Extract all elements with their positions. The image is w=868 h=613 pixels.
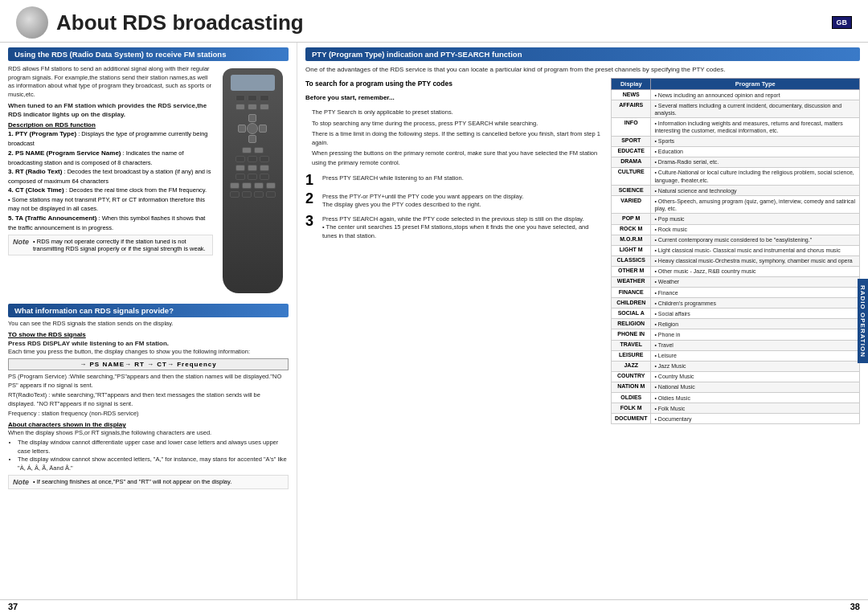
remote-control xyxy=(216,65,289,296)
chars-desc: When the display shows PS,or RT signals,… xyxy=(8,429,289,438)
display-cell: FOLK M xyxy=(612,403,651,414)
table-row: OLDIES• Oldies Music xyxy=(612,393,860,403)
rds-func-4: 4. CT (Clock Time) : Decodes the real ti… xyxy=(8,186,213,214)
table-row: SOCIAL A• Social affairs xyxy=(612,309,860,319)
search-header: To search for a program using the PTY co… xyxy=(305,80,604,89)
display-cell: JAZZ xyxy=(612,361,651,371)
table-row: DOCUMENT• Documentary xyxy=(612,414,860,424)
pty-header: PTY (Program Type) indication and PTY-SE… xyxy=(305,47,860,61)
program-type-cell: • Phone in xyxy=(651,329,860,340)
before-start-header: Before you start, remember... xyxy=(305,93,604,102)
display-cell: M.O.R.M xyxy=(612,235,651,245)
display-cell: DOCUMENT xyxy=(612,414,651,424)
chars-bullet-2: The display window cannot show accented … xyxy=(18,456,289,472)
table-row: RELIGION• Religion xyxy=(612,319,860,329)
page-numbers: 37 38 xyxy=(0,599,868,613)
step-1-text: Press PTY SEARCH while listening to an F… xyxy=(322,173,464,187)
pty-left-content: To search for a program using the PTY co… xyxy=(305,78,604,595)
note-box-1: Note • RDS may not operate correctly if … xyxy=(8,235,213,255)
pty-bullet-1: The PTY Search is only applicable to pre… xyxy=(312,108,604,116)
steps: 1 Press PTY SEARCH while listening to an… xyxy=(305,173,604,245)
chars-bullet-1: The display window cannot differentiate … xyxy=(18,439,289,456)
display-cell: VARIED xyxy=(612,196,651,214)
table-row: SCIENCE• Natural science and technology xyxy=(612,186,860,196)
program-type-cell: • Weather xyxy=(651,276,860,287)
pty-bullet-2: To stop searching any time during the pr… xyxy=(312,119,604,128)
table-row: INFO• Information including weights and … xyxy=(612,118,860,136)
pty-intro: One of the advantages of the RDS service… xyxy=(305,65,860,74)
note2-text: • If searching finishes at once,"PS" and… xyxy=(33,478,231,485)
table-row: CLASSICS• Heavy classical music-Orchestr… xyxy=(612,255,860,266)
table-row: AFFAIRS• Several matters including a cur… xyxy=(612,100,860,118)
table-row: WEATHER• Weather xyxy=(612,276,860,287)
display-cell: RELIGION xyxy=(612,319,651,329)
chars-bullets: The display window cannot differentiate … xyxy=(8,439,289,472)
program-type-cell: • Light classical music- Classical music… xyxy=(651,245,860,255)
table-row: OTHER M• Other music - Jazz, R&B country… xyxy=(612,266,860,276)
step-3: 3 Press PTY SEARCH again, while the PTY … xyxy=(305,214,604,241)
program-type-cell: • Oldies Music xyxy=(651,393,860,403)
table-row: FOLK M• Folk Music xyxy=(612,403,860,414)
table-row: ROCK M• Rock music xyxy=(612,224,860,235)
pty-table-container: Display Program Type NEWS• News includin… xyxy=(611,78,860,595)
display-cell: OLDIES xyxy=(612,393,651,403)
display-cell: LIGHT M xyxy=(612,245,651,255)
program-type-cell: • Natural science and technology xyxy=(651,186,860,196)
col-program-type: Program Type xyxy=(651,79,860,90)
display-cell: PHONE IN xyxy=(612,329,651,340)
display-cell: POP M xyxy=(612,214,651,224)
note-box-2: Note • If searching finishes at once,"PS… xyxy=(8,475,289,489)
what-info-section: What information can RDS signals provide… xyxy=(8,304,289,489)
program-type-cell: • Others-Speech, amusing program (quiz, … xyxy=(651,196,860,214)
table-row: NATION M• National Music xyxy=(612,382,860,392)
display-cell: DRAMA xyxy=(612,157,651,167)
right-panel: PTY (Program Type) indication and PTY-SE… xyxy=(297,43,868,599)
freq-desc: Frequency : station frequency (non-RDS s… xyxy=(8,410,289,419)
program-type-cell: • Documentary xyxy=(651,414,860,424)
rds-intro: RDS allows FM stations to send an additi… xyxy=(8,65,213,99)
program-type-cell: • Sports xyxy=(651,136,860,146)
table-row: CULTURE• Culture-National or local cultu… xyxy=(612,167,860,185)
program-type-cell: • News including an announced opinion an… xyxy=(651,90,860,100)
rds-desc-header: Description on RDS function xyxy=(8,121,213,129)
rds-bold-intro: When tuned to an FM station which provid… xyxy=(8,101,213,119)
step-3-text: Press PTY SEARCH again, while the PTY co… xyxy=(322,214,604,241)
rds-func-3: 3. RT (Radio Text) : Decodes the text br… xyxy=(8,167,213,186)
page-right: 38 xyxy=(850,602,860,611)
display-cell: AFFAIRS xyxy=(612,100,651,118)
vertical-tab: RADIO OPERATION xyxy=(858,279,868,364)
what-info-header: What information can RDS signals provide… xyxy=(8,304,289,317)
display-cell: CHILDREN xyxy=(612,298,651,309)
program-type-cell: • Country Music xyxy=(651,371,860,382)
display-cell: LEISURE xyxy=(612,350,651,361)
display-cell: ROCK M xyxy=(612,224,651,235)
display-cell: COUNTRY xyxy=(612,371,651,382)
display-cell: CLASSICS xyxy=(612,255,651,266)
program-type-cell: • Jazz Music xyxy=(651,361,860,371)
program-type-cell: • Heavy classical music-Orchestra music,… xyxy=(651,255,860,266)
table-row: NEWS• News including an announced opinio… xyxy=(612,90,860,100)
pty-bullet-3: There is a time limit in doing the follo… xyxy=(312,129,604,148)
display-cell: EDUCATE xyxy=(612,146,651,157)
ps-desc: PS (Program Service) :While searching,"P… xyxy=(8,373,289,390)
to-show-header: TO show the RDS signals xyxy=(8,331,289,338)
program-type-cell: • Education xyxy=(651,146,860,157)
table-row: LEISURE• Leisure xyxy=(612,350,860,361)
program-type-cell: • Religion xyxy=(651,319,860,329)
program-type-cell: • Travel xyxy=(651,340,860,350)
table-row: TRAVEL• Travel xyxy=(612,340,860,350)
using-rds-header: Using the RDS (Radio Data System) to rec… xyxy=(8,47,289,61)
step-2-text: Press the PTY-or PTY+until the PTY code … xyxy=(322,191,523,210)
table-row: SPORT• Sports xyxy=(612,136,860,146)
pty-table: Display Program Type NEWS• News includin… xyxy=(611,78,860,424)
program-type-cell: • Folk Music xyxy=(651,403,860,414)
press-rds-info: Each time you press the button, the disp… xyxy=(8,348,289,357)
pty-bullet-4: When pressing the buttons on the primary… xyxy=(312,149,604,167)
gb-badge: GB xyxy=(832,16,853,29)
table-row: CHILDREN• Children's programmes xyxy=(612,298,860,309)
table-row: FINANCE• Finance xyxy=(612,288,860,298)
rds-func-5: 5. TA (Traffic Announcement) : When this… xyxy=(8,214,213,232)
ps-name-flow: → PS NAME→ RT → CT→ Frequency xyxy=(8,358,289,370)
step-2: 2 Press the PTY-or PTY+until the PTY cod… xyxy=(305,191,604,210)
program-type-cell: • Children's programmes xyxy=(651,298,860,309)
